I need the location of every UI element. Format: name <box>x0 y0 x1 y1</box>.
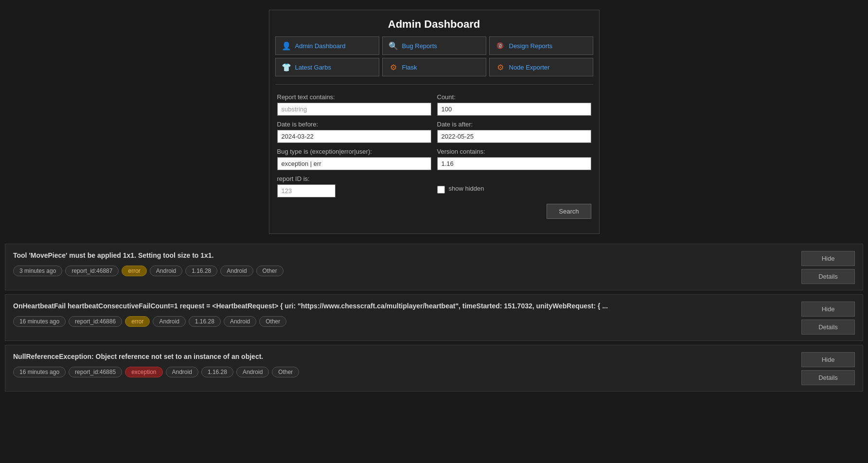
filter-show-hidden-group: show hidden <box>437 175 591 199</box>
design-icon <box>496 41 505 51</box>
show-hidden-label: show hidden <box>449 185 484 192</box>
report-id-label: report ID is: <box>277 175 431 182</box>
report-tag: Other <box>256 266 283 276</box>
report-tag: exception <box>125 367 162 377</box>
filter-bug-type: Bug type is (exception|error|user): <box>277 148 431 170</box>
report-tag: report_id:46886 <box>69 316 122 327</box>
report-tags: 3 minutes agoreport_id:46887errorAndroid… <box>13 266 796 276</box>
filter-row-2: Date is before: Date is after: <box>277 121 591 143</box>
report-body: NullReferenceException: Object reference… <box>13 352 796 385</box>
date-before-label: Date is before: <box>277 121 431 128</box>
report-tag: 16 minutes ago <box>13 367 66 377</box>
report-text-label: Report text contains: <box>277 93 431 101</box>
report-card: Tool 'MovePiece' must be applied 1x1. Se… <box>5 244 863 290</box>
report-actions: HideDetails <box>801 251 855 284</box>
report-tag: 1.16.28 <box>189 316 221 327</box>
hide-button[interactable]: Hide <box>801 302 855 317</box>
filter-row-3: Bug type is (exception|error|user): Vers… <box>277 148 591 170</box>
report-tag: 1.16.28 <box>201 367 233 377</box>
report-card: NullReferenceException: Object reference… <box>5 345 863 392</box>
bug-type-input[interactable] <box>277 157 431 170</box>
report-tag: Android <box>153 316 185 327</box>
report-tag: report_id:46887 <box>65 266 119 276</box>
report-title: Tool 'MovePiece' must be applied 1x1. Se… <box>13 251 796 261</box>
filter-date-after: Date is after: <box>437 121 591 143</box>
report-tag: Android <box>220 266 253 276</box>
report-tags: 16 minutes agoreport_id:46886errorAndroi… <box>13 316 796 327</box>
report-body: Tool 'MovePiece' must be applied 1x1. Se… <box>13 251 796 284</box>
report-actions: HideDetails <box>801 352 855 385</box>
filter-version: Version contains: <box>437 148 591 170</box>
report-tag: error <box>125 316 150 327</box>
nav-divider <box>275 84 593 85</box>
filter-date-before: Date is before: <box>277 121 431 143</box>
date-after-label: Date is after: <box>437 121 591 128</box>
date-before-input[interactable] <box>277 130 431 143</box>
node-icon <box>496 62 505 72</box>
details-button[interactable]: Details <box>801 269 855 284</box>
filter-row-1: Report text contains: Count: <box>277 93 591 116</box>
report-tags: 16 minutes agoreport_id:46885exceptionAn… <box>13 367 796 377</box>
details-button[interactable]: Details <box>801 320 855 335</box>
report-id-input[interactable] <box>277 184 336 197</box>
report-actions: HideDetails <box>801 302 855 335</box>
show-hidden-checkbox[interactable] <box>437 186 445 194</box>
nav-flask[interactable]: Flask <box>382 58 486 76</box>
report-tag: report_id:46885 <box>69 367 122 377</box>
filter-form: Report text contains: Count: Date is bef… <box>269 89 599 224</box>
bug-type-label: Bug type is (exception|error|user): <box>277 148 431 155</box>
details-button[interactable]: Details <box>801 370 855 385</box>
report-tag: 1.16.28 <box>185 266 217 276</box>
report-tag: Other <box>259 316 286 327</box>
hide-button[interactable]: Hide <box>801 251 855 266</box>
garb-icon <box>282 62 291 72</box>
report-tag: Android <box>166 367 198 377</box>
reports-list: Tool 'MovePiece' must be applied 1x1. Se… <box>5 244 863 392</box>
report-tag: 16 minutes ago <box>13 316 66 327</box>
nav-bug-reports[interactable]: Bug Reports <box>382 36 486 55</box>
count-input[interactable] <box>437 103 591 116</box>
report-body: OnHeartbeatFail heartbeatConsecutiveFail… <box>13 302 796 335</box>
filter-count: Count: <box>437 93 591 116</box>
date-after-input[interactable] <box>437 130 591 143</box>
report-tag: 3 minutes ago <box>13 266 62 276</box>
nav-design-reports[interactable]: Design Reports <box>489 36 593 55</box>
nav-admin-dashboard[interactable]: Admin Dashboard <box>275 36 379 55</box>
report-title: NullReferenceException: Object reference… <box>13 352 796 362</box>
show-hidden-row: show hidden <box>437 185 591 194</box>
flask-icon <box>389 62 398 72</box>
version-input[interactable] <box>437 157 591 170</box>
report-title: OnHeartbeatFail heartbeatConsecutiveFail… <box>13 302 796 311</box>
version-label: Version contains: <box>437 148 591 155</box>
search-button[interactable]: Search <box>547 204 591 219</box>
filter-row-4: report ID is: show hidden <box>277 175 591 199</box>
report-tag: Other <box>272 367 299 377</box>
report-tag: Android <box>150 266 182 276</box>
report-tag: Android <box>236 367 269 377</box>
report-tag: Android <box>224 316 256 327</box>
nav-grid: Admin Dashboard Bug Reports Design Repor… <box>269 36 599 80</box>
report-card: OnHeartbeatFail heartbeatConsecutiveFail… <box>5 294 863 341</box>
filter-report-text: Report text contains: <box>277 93 431 116</box>
filter-report-id: report ID is: <box>277 175 431 199</box>
admin-icon <box>282 41 291 51</box>
report-tag: error <box>122 266 146 276</box>
bug-icon <box>389 41 398 51</box>
report-text-input[interactable] <box>277 103 431 116</box>
count-label: Count: <box>437 93 591 101</box>
nav-latest-garbs[interactable]: Latest Garbs <box>275 58 379 76</box>
top-panel: Admin Dashboard Admin Dashboard Bug Repo… <box>269 10 600 234</box>
hide-button[interactable]: Hide <box>801 352 855 367</box>
nav-node-exporter[interactable]: Node Exporter <box>489 58 593 76</box>
page-title: Admin Dashboard <box>269 10 599 36</box>
